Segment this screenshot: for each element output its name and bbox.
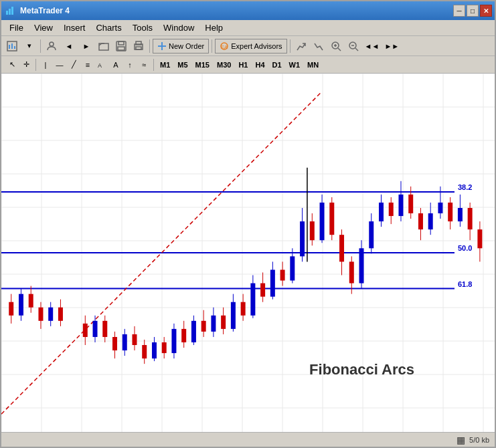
menu-charts[interactable]: Charts <box>90 21 127 34</box>
menu-view[interactable]: View <box>29 21 58 34</box>
menu-bar: File View Insert Charts Tools Window Hel… <box>1 20 495 36</box>
candlestick-canvas <box>1 74 495 432</box>
arrow-tool[interactable]: ↑ <box>123 58 137 72</box>
chart-area[interactable]: Fibonacci Arcs <box>1 74 495 432</box>
menu-window[interactable]: Window <box>158 21 199 34</box>
status-right: ▦ 5/0 kb <box>457 435 489 445</box>
svg-rect-10 <box>118 41 124 45</box>
channels-tool[interactable]: ≡ <box>81 58 94 72</box>
main-toolbar: ▾ ◄ ► New Order EA Expert Advisors <box>1 36 495 56</box>
period-m5[interactable]: M5 <box>174 60 191 70</box>
svg-rect-13 <box>136 41 141 45</box>
svg-line-22 <box>355 48 358 51</box>
new-order-button[interactable]: New Order <box>153 39 209 53</box>
svg-rect-11 <box>118 47 125 50</box>
open-button[interactable] <box>96 38 112 54</box>
drawing-toolbar: ↖ ✛ | — ╱ ≡ A A ↑ ≈ M1 M5 M15 M30 H1 H4 … <box>1 56 495 74</box>
scroll-right-button[interactable]: ►► <box>382 38 401 54</box>
zoom-in-button[interactable] <box>328 38 344 54</box>
chart-annotation: Fibonacci Arcs <box>309 361 414 378</box>
expert-advisors-button[interactable]: EA Expert Advisors <box>215 39 286 53</box>
crosshair-tool[interactable]: ✛ <box>19 58 33 72</box>
period-m1[interactable]: M1 <box>157 60 173 70</box>
app-icon <box>4 5 16 17</box>
menu-insert[interactable]: Insert <box>58 21 91 34</box>
save-button[interactable] <box>113 38 129 54</box>
title-bar: MetaTrader 4 ─ □ ✕ <box>1 1 495 20</box>
chart-up-button[interactable] <box>293 38 309 54</box>
forward-button[interactable]: ► <box>78 38 94 54</box>
chart-down-button[interactable] <box>311 38 327 54</box>
new-chart-button[interactable] <box>4 38 20 54</box>
close-button[interactable]: ✕ <box>480 5 492 17</box>
sep4 <box>290 39 291 53</box>
vertical-line-tool[interactable]: | <box>39 58 52 72</box>
network-icon: ▦ <box>457 435 465 445</box>
wave-tool[interactable]: ≈ <box>137 58 151 72</box>
minimize-button[interactable]: ─ <box>453 5 465 17</box>
trend-line-tool[interactable]: ╱ <box>67 58 80 72</box>
svg-text:A: A <box>98 62 102 69</box>
period-h1[interactable]: H1 <box>235 60 251 70</box>
svg-rect-1 <box>9 9 11 15</box>
sep-draw2 <box>153 59 154 71</box>
cursor-tool[interactable]: ↖ <box>5 58 19 72</box>
period-h4[interactable]: H4 <box>252 60 268 70</box>
svg-point-7 <box>50 42 54 46</box>
period-w1[interactable]: W1 <box>286 60 304 70</box>
text-tool[interactable]: A <box>109 58 122 72</box>
svg-text:EA: EA <box>221 44 228 50</box>
menu-help[interactable]: Help <box>199 21 228 34</box>
back-button[interactable]: ◄ <box>61 38 77 54</box>
sep1 <box>40 39 41 53</box>
status-bar: ▦ 5/0 kb <box>1 432 495 447</box>
sep3 <box>212 39 212 53</box>
svg-rect-2 <box>11 7 13 15</box>
dropdown-arrow[interactable]: ▾ <box>21 38 37 54</box>
window-title: MetaTrader 4 <box>20 6 453 15</box>
menu-tools[interactable]: Tools <box>127 21 158 34</box>
print-button[interactable] <box>131 38 147 54</box>
svg-rect-14 <box>136 47 141 49</box>
profiles-button[interactable] <box>44 38 60 54</box>
svg-line-18 <box>338 48 341 51</box>
period-m15[interactable]: M15 <box>192 60 213 70</box>
period-d1[interactable]: D1 <box>269 60 285 70</box>
status-size: 5/0 kb <box>469 436 489 444</box>
window-controls: ─ □ ✕ <box>453 5 492 17</box>
period-mn[interactable]: MN <box>304 60 322 70</box>
horizontal-line-tool[interactable]: — <box>53 58 66 72</box>
sep-draw1 <box>35 59 36 71</box>
sep2 <box>149 39 150 53</box>
main-window: MetaTrader 4 ─ □ ✕ File View Insert Char… <box>0 0 496 448</box>
menu-file[interactable]: File <box>4 21 29 34</box>
svg-rect-0 <box>6 11 8 15</box>
period-m30[interactable]: M30 <box>214 60 234 70</box>
zoom-out-button[interactable] <box>345 38 361 54</box>
fibonacci-tool[interactable]: A <box>95 58 108 72</box>
scroll-left-button[interactable]: ◄◄ <box>363 38 382 54</box>
maximize-button[interactable]: □ <box>467 5 479 17</box>
